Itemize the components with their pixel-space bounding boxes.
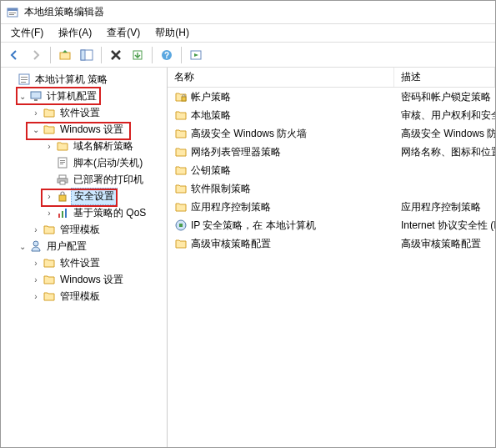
tree-printers[interactable]: 已部署的打印机 [1,171,167,188]
folder-icon [174,145,188,159]
menu-action[interactable]: 操作(A) [52,24,98,42]
tree-computer-config[interactable]: ⌄ 计算机配置 [1,88,167,104]
back-button[interactable] [4,45,24,65]
menu-bar: 文件(F) 操作(A) 查看(V) 帮助(H) [1,24,495,43]
chevron-right-icon[interactable]: › [44,191,54,201]
script-icon [56,156,69,169]
tree-root[interactable]: 本地计算机 策略 [1,71,167,88]
svg-rect-6 [81,50,85,60]
tree-label: 软件设置 [58,255,103,271]
row-name: 网络列表管理器策略 [191,145,281,159]
export-button[interactable] [128,45,148,65]
tree-admin-templates[interactable]: › 管理模板 [1,221,167,238]
tree-label: 安全设置 [71,188,118,205]
tree-user-config[interactable]: ⌄ 用户配置 [1,238,167,254]
folder-icon [174,108,188,122]
show-hide-tree-button[interactable] [77,45,97,65]
twisty-icon [44,174,54,184]
chevron-right-icon[interactable]: › [31,108,41,118]
tree-label: 计算机配置 [44,88,99,104]
tree-label: 管理模板 [58,289,103,305]
toolbar-separator [181,47,182,63]
column-name[interactable]: 名称 [168,68,394,87]
list-body: 帐户策略密码和帐户锁定策略本地策略审核、用户权利和安全选项高级安全 Window… [168,88,495,253]
tree-software-settings[interactable]: › 软件设置 [1,104,167,121]
folder-lock-icon [174,90,188,103]
cell-description: 应用程序控制策略 [394,200,495,214]
menu-view[interactable]: 查看(V) [100,24,147,42]
list-row[interactable]: 高级安全 Windows 防火墙高级安全 Windows 防火墙 [168,124,495,143]
tree-qos[interactable]: › 基于策略的 QoS [1,204,167,221]
svg-text:?: ? [164,51,169,60]
list-header: 名称 描述 [168,68,495,88]
chevron-right-icon[interactable]: › [31,274,41,284]
list-row[interactable]: 本地策略审核、用户权利和安全选项 [168,106,495,124]
svg-rect-20 [60,164,63,164]
folder-icon [174,182,188,195]
list-row[interactable]: 公钥策略 [168,161,495,179]
tree-label: Windows 设置 [58,122,126,138]
chevron-down-icon[interactable]: ⌄ [31,124,41,134]
folder-icon [56,139,69,153]
ipsec-icon [174,219,188,232]
computer-icon [29,89,43,103]
folder-icon [174,200,188,214]
row-name: 公钥策略 [191,164,231,178]
list-pane[interactable]: 名称 描述 帐户策略密码和帐户锁定策略本地策略审核、用户权利和安全选项高级安全 … [168,68,495,447]
help-button[interactable]: ? [157,45,177,65]
tree-user-windows-settings[interactable]: › Windows 设置 [1,271,167,288]
tree-label: 管理模板 [58,222,103,238]
chevron-right-icon[interactable]: › [31,291,41,301]
list-row[interactable]: IP 安全策略，在 本地计算机Internet 协议安全性 (IPsec) [168,216,495,234]
svg-rect-25 [58,214,60,218]
toolbar-separator [101,47,102,63]
row-name: IP 安全策略，在 本地计算机 [191,219,316,233]
chevron-down-icon[interactable]: ⌄ [18,241,28,251]
forward-button[interactable] [26,45,46,65]
menu-help[interactable]: 帮助(H) [148,24,196,42]
chevron-right-icon[interactable]: › [31,258,41,268]
svg-rect-1 [8,8,18,11]
cell-name: 高级安全 Windows 防火墙 [168,127,394,141]
window-title: 本地组策略编辑器 [24,5,104,19]
tree-security-settings[interactable]: › 安全设置 [1,188,167,204]
toolbar-separator [50,47,51,63]
chevron-right-icon[interactable]: › [31,224,41,234]
cell-name: 公钥策略 [168,164,394,178]
tree-label: 基于策略的 QoS [71,205,148,221]
chevron-down-icon[interactable]: ⌄ [18,91,28,101]
tree-label: Windows 设置 [58,272,126,288]
chevron-right-icon[interactable]: › [44,208,54,218]
chevron-right-icon[interactable]: › [44,141,54,151]
tree-windows-settings[interactable]: ⌄ Windows 设置 [1,121,167,138]
cell-description: 审核、用户权利和安全选项 [394,108,495,123]
cell-name: 软件限制策略 [168,182,394,196]
svg-rect-21 [59,175,66,179]
tree-user-admin-templates[interactable]: › 管理模板 [1,288,167,305]
folder-icon [43,106,56,119]
twisty-icon [6,74,16,84]
tree-name-resolution[interactable]: › 域名解析策略 [1,138,167,154]
delete-button[interactable] [106,45,126,65]
row-name: 高级安全 Windows 防火墙 [191,127,307,141]
tree-label: 域名解析策略 [71,138,136,154]
folder-icon [174,237,188,250]
list-row[interactable]: 软件限制策略 [168,179,495,198]
menu-file[interactable]: 文件(F) [4,24,50,42]
run-button[interactable] [186,45,206,65]
list-row[interactable]: 网络列表管理器策略网络名称、图标和位置组策略 [168,143,495,161]
column-description[interactable]: 描述 [394,68,495,87]
svg-rect-23 [60,181,65,184]
list-row[interactable]: 高级审核策略配置高级审核策略配置 [168,234,495,253]
up-button[interactable] [55,45,75,65]
row-name: 应用程序控制策略 [191,200,271,214]
list-row[interactable]: 应用程序控制策略应用程序控制策略 [168,198,495,216]
svg-rect-27 [65,209,67,218]
row-name: 软件限制策略 [191,182,251,196]
tree-user-software-settings[interactable]: › 软件设置 [1,254,167,271]
row-name: 本地策略 [191,108,231,123]
tree-scripts[interactable]: 脚本(启动/关机) [1,154,167,171]
printer-icon [56,173,69,186]
list-row[interactable]: 帐户策略密码和帐户锁定策略 [168,88,495,106]
tree-pane[interactable]: 本地计算机 策略 ⌄ 计算机配置 › 软件设置 ⌄ Windows 设置 › 域… [1,68,168,447]
